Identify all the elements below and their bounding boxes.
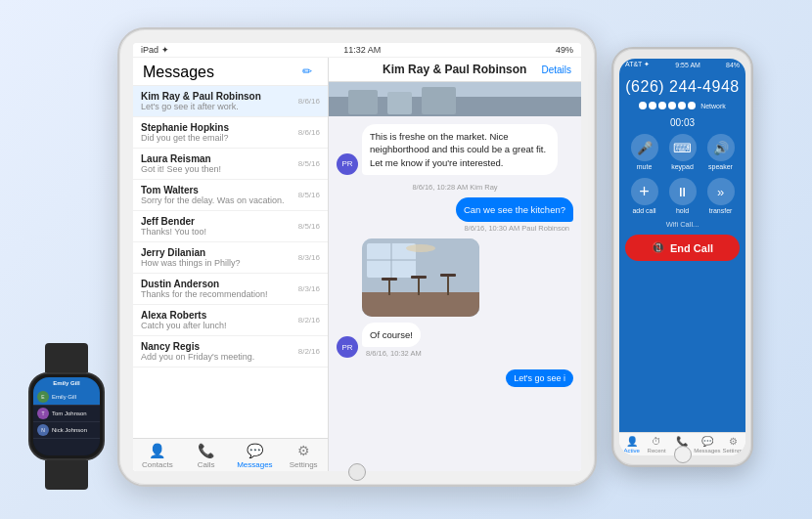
conversation-name: Jerry Dilanian [141,247,294,258]
iphone-tab-recent-label: Recent [648,448,666,454]
message-bubble-wrap-0: This is freshe on the market. Nice neigh… [362,124,558,175]
speaker-label: speaker [708,163,733,170]
messages-header: Messages ✏ [133,58,328,86]
ipad-status-left: iPad ✦ [141,45,169,55]
tab-settings[interactable]: ⚙ Settings [279,443,328,469]
svg-rect-14 [440,274,456,277]
iphone-tab-settings-label: Settings [722,448,744,454]
apple-watch: Emily Gill E Emily Gill T Tom Johnson N … [18,343,115,470]
conversation-name: Nancy Regis [141,341,294,352]
iphone-tab-settings[interactable]: ⚙ Settings [721,436,745,454]
conversation-item-2[interactable]: Laura Reisman Got it! See you then! 8/5/… [133,149,328,180]
ipad-home-button[interactable] [348,463,366,481]
end-call-button[interactable]: 📵 End Call [625,235,740,261]
svg-rect-3 [387,92,412,114]
message-timestamp-0: 8/6/16, 10:28 AM Kim Ray [337,183,573,192]
watch-contact-item[interactable]: E Emily Gill [33,389,100,406]
conversation-preview: Let's go see it after work. [141,102,294,111]
transfer-icon: » [707,178,735,205]
mute-button[interactable]: 🎤 mute [629,134,659,170]
conversation-item-0[interactable]: Kim Ray & Paul Robinson Let's go see it … [133,86,328,117]
conversation-item-8[interactable]: Nancy Regis Add you on Friday's meeting.… [133,336,328,368]
iphone-tab-active[interactable]: 👤 Active [619,436,644,454]
conversation-date: 8/5/16 [298,191,320,199]
hold-label: hold [676,207,689,214]
messages-list-panel: Messages ✏ Kim Ray & Paul Robinson Let's… [133,58,329,471]
ipad-status-bar: iPad ✦ 11:32 AM 49% [133,43,581,58]
tab-messages-label: Messages [237,460,272,469]
conversation-item-4[interactable]: Jeff Bender Thanks! You too! 8/5/16 [133,211,328,242]
active-icon: 👤 [626,436,638,447]
mute-icon: 🎤 [631,134,658,161]
conversation-name: Tom Walters [141,185,294,195]
iphone: AT&T ✦ 9:55 AM 84% (626) 244-4948 Networ… [611,47,753,467]
chat-details-button[interactable]: Details [541,65,571,75]
watch-band-bottom [45,460,88,490]
keypad-icon: ⌨ [669,134,697,161]
compose-icon[interactable]: ✏ [302,65,318,80]
message-avatar-2: PR [337,336,358,358]
iphone-network-indicator: Network [639,102,726,109]
iphone-tab-recent[interactable]: ⏱ Recent [644,436,668,454]
tab-calls[interactable]: 📞 Calls [182,443,231,469]
watch-contact-avatar: T [37,408,49,419]
conversation-date: 8/5/16 [298,159,320,168]
tab-messages[interactable]: 💬 Messages [231,443,280,469]
svg-rect-13 [418,279,420,295]
conversation-preview: Sorry for the delay. Was on vacation. [141,195,294,205]
add-call-button[interactable]: + add call [629,178,659,214]
conversation-preview: Did you get the email? [141,133,294,143]
conversation-date: 8/2/16 [298,347,320,356]
watch-contact-list: E Emily Gill T Tom Johnson N Nick Johnso… [33,389,100,455]
transfer-label: transfer [709,207,733,214]
network-dot [688,102,696,109]
conversation-date: 8/2/16 [298,316,320,324]
watch-contact-item[interactable]: T Tom Johnson [33,406,100,422]
conversation-preview: Add you on Friday's meeting. [141,352,294,362]
tab-contacts-label: Contacts [142,460,173,469]
conversation-item-5[interactable]: Jerry Dilanian How was things in Philly?… [133,242,328,274]
tab-contacts[interactable]: 👤 Contacts [133,443,182,469]
ipad-status-right: 49% [556,45,573,55]
message-bubble-0: This is freshe on the market. Nice neigh… [362,124,558,175]
conversation-date: 8/3/16 [298,253,320,262]
ipad-tab-bar: 👤 Contacts 📞 Calls 💬 Messages ⚙ Settings [133,438,328,471]
conversation-preview: Thanks! You too! [141,227,294,237]
message-bubble-2: Of course! [362,323,421,347]
conversation-preview: Thanks for the recommendation! [141,289,294,299]
watch-contact-avatar: N [37,424,49,436]
speaker-button[interactable]: 🔊 speaker [705,134,736,170]
conversation-content: Laura Reisman Got it! See you then! [141,153,294,174]
hold-icon: ⏸ [669,178,697,205]
svg-point-16 [406,244,435,252]
keypad-label: keypad [671,163,694,170]
conversation-item-6[interactable]: Dustin Anderson Thanks for the recommend… [133,274,328,305]
conversation-date: 8/5/16 [298,222,320,231]
iphone-tab-messages[interactable]: 💬 Messages [694,436,720,454]
iphone-home-button[interactable] [674,446,692,463]
tab-calls-label: Calls [198,460,215,469]
watch-contact-item[interactable]: N Nick Johnson [33,422,100,439]
hold-button[interactable]: ⏸ hold [667,178,698,214]
phone-end-icon: 📵 [652,241,665,254]
messages-icon: 💬 [247,443,263,458]
conversation-date: 8/3/16 [298,284,320,293]
see-more-button[interactable]: Let's go see i [506,369,573,387]
message-row-2: PR Of course! 8/6/16, 10:32 AM [337,323,573,358]
transfer-button[interactable]: » transfer [705,178,736,214]
keypad-button[interactable]: ⌨ keypad [667,134,698,170]
conversation-content: Jeff Bender Thanks! You too! [141,216,294,237]
watch-contact-name: Nick Johnson [52,427,87,433]
chat-header-title: Kim Ray & Paul Robinson [368,63,541,76]
watch-body: Emily Gill E Emily Gill T Tom Johnson N … [28,372,105,460]
conversation-name: Alexa Roberts [141,310,294,321]
watch-contact-name: Tom Johnson [52,411,87,416]
watch-call-header: Emily Gill [33,377,100,389]
conversation-item-7[interactable]: Alexa Roberts Catch you after lunch! 8/2… [133,305,328,336]
network-dot [658,102,666,109]
conversation-date: 8/6/16 [298,128,320,137]
conversation-item-3[interactable]: Tom Walters Sorry for the delay. Was on … [133,180,328,211]
message-row-image [337,238,573,317]
message-bubble-wrap-2: Of course! 8/6/16, 10:32 AM [362,323,426,358]
conversation-item-1[interactable]: Stephanie Hopkins Did you get the email?… [133,117,328,149]
